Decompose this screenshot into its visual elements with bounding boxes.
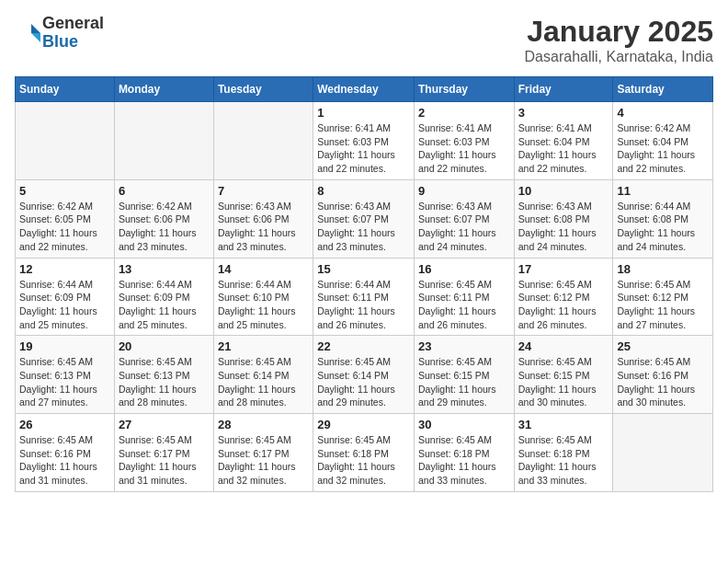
day-number: 8 bbox=[317, 184, 410, 198]
day-number: 23 bbox=[418, 339, 510, 353]
day-info: Sunrise: 6:45 AM Sunset: 6:14 PM Dayligh… bbox=[317, 355, 410, 409]
day-info: Sunrise: 6:45 AM Sunset: 6:17 PM Dayligh… bbox=[218, 433, 309, 488]
day-info: Sunrise: 6:45 AM Sunset: 6:14 PM Dayligh… bbox=[218, 355, 309, 409]
calendar-week-3: 12Sunrise: 6:44 AM Sunset: 6:09 PM Dayli… bbox=[16, 258, 713, 336]
logo-text: General Blue bbox=[42, 15, 104, 52]
calendar-cell: 4Sunrise: 6:42 AM Sunset: 6:04 PM Daylig… bbox=[613, 102, 713, 180]
day-number: 3 bbox=[518, 106, 609, 120]
day-number: 22 bbox=[317, 339, 410, 353]
day-info: Sunrise: 6:45 AM Sunset: 6:15 PM Dayligh… bbox=[418, 355, 510, 409]
calendar-cell bbox=[16, 102, 115, 180]
day-number: 17 bbox=[518, 262, 609, 276]
day-number: 5 bbox=[19, 184, 110, 198]
day-info: Sunrise: 6:43 AM Sunset: 6:07 PM Dayligh… bbox=[418, 200, 510, 254]
logo-general: General bbox=[42, 15, 104, 33]
calendar-cell: 22Sunrise: 6:45 AM Sunset: 6:14 PM Dayli… bbox=[313, 336, 415, 414]
day-number: 2 bbox=[418, 106, 510, 120]
day-info: Sunrise: 6:45 AM Sunset: 6:16 PM Dayligh… bbox=[19, 433, 110, 488]
calendar-cell: 14Sunrise: 6:44 AM Sunset: 6:10 PM Dayli… bbox=[213, 258, 313, 336]
day-number: 7 bbox=[218, 184, 309, 198]
day-info: Sunrise: 6:43 AM Sunset: 6:06 PM Dayligh… bbox=[218, 200, 309, 254]
calendar-cell bbox=[213, 102, 313, 180]
calendar-cell: 26Sunrise: 6:45 AM Sunset: 6:16 PM Dayli… bbox=[16, 414, 115, 492]
calendar-cell: 29Sunrise: 6:45 AM Sunset: 6:18 PM Dayli… bbox=[313, 414, 415, 492]
calendar-cell: 9Sunrise: 6:43 AM Sunset: 6:07 PM Daylig… bbox=[414, 179, 514, 258]
calendar-cell: 8Sunrise: 6:43 AM Sunset: 6:07 PM Daylig… bbox=[313, 179, 415, 258]
day-info: Sunrise: 6:45 AM Sunset: 6:18 PM Dayligh… bbox=[518, 433, 609, 488]
day-info: Sunrise: 6:45 AM Sunset: 6:15 PM Dayligh… bbox=[518, 355, 609, 409]
calendar-cell: 21Sunrise: 6:45 AM Sunset: 6:14 PM Dayli… bbox=[213, 336, 313, 414]
calendar-cell: 11Sunrise: 6:44 AM Sunset: 6:08 PM Dayli… bbox=[613, 179, 713, 258]
calendar-cell: 15Sunrise: 6:44 AM Sunset: 6:11 PM Dayli… bbox=[313, 258, 415, 336]
calendar-cell: 20Sunrise: 6:45 AM Sunset: 6:13 PM Dayli… bbox=[114, 336, 213, 414]
day-info: Sunrise: 6:41 AM Sunset: 6:03 PM Dayligh… bbox=[418, 121, 510, 176]
calendar-cell: 31Sunrise: 6:45 AM Sunset: 6:18 PM Dayli… bbox=[514, 414, 613, 492]
day-number: 18 bbox=[617, 262, 709, 276]
day-info: Sunrise: 6:43 AM Sunset: 6:07 PM Dayligh… bbox=[317, 200, 410, 254]
day-info: Sunrise: 6:45 AM Sunset: 6:18 PM Dayligh… bbox=[317, 433, 410, 488]
calendar-cell: 30Sunrise: 6:45 AM Sunset: 6:18 PM Dayli… bbox=[414, 414, 514, 492]
title-block: January 2025 Dasarahalli, Karnataka, Ind… bbox=[525, 15, 713, 65]
month-title: January 2025 bbox=[525, 15, 713, 49]
day-number: 24 bbox=[518, 339, 609, 353]
weekday-header-monday: Monday bbox=[114, 77, 213, 102]
day-number: 31 bbox=[518, 418, 609, 431]
calendar-cell: 13Sunrise: 6:44 AM Sunset: 6:09 PM Dayli… bbox=[114, 258, 213, 336]
calendar-cell: 1Sunrise: 6:41 AM Sunset: 6:03 PM Daylig… bbox=[313, 102, 415, 180]
day-info: Sunrise: 6:44 AM Sunset: 6:10 PM Dayligh… bbox=[218, 278, 309, 332]
day-number: 29 bbox=[317, 418, 410, 431]
calendar-week-4: 19Sunrise: 6:45 AM Sunset: 6:13 PM Dayli… bbox=[16, 336, 713, 414]
day-info: Sunrise: 6:42 AM Sunset: 6:06 PM Dayligh… bbox=[119, 200, 210, 254]
calendar-cell: 28Sunrise: 6:45 AM Sunset: 6:17 PM Dayli… bbox=[213, 414, 313, 492]
day-number: 13 bbox=[119, 262, 210, 276]
calendar-cell: 17Sunrise: 6:45 AM Sunset: 6:12 PM Dayli… bbox=[514, 258, 613, 336]
day-info: Sunrise: 6:44 AM Sunset: 6:09 PM Dayligh… bbox=[19, 278, 110, 332]
calendar-cell: 19Sunrise: 6:45 AM Sunset: 6:13 PM Dayli… bbox=[16, 336, 115, 414]
day-number: 30 bbox=[418, 418, 510, 431]
day-info: Sunrise: 6:44 AM Sunset: 6:08 PM Dayligh… bbox=[617, 200, 709, 254]
logo-blue: Blue bbox=[42, 33, 104, 52]
logo: General Blue bbox=[15, 15, 104, 52]
calendar-table: SundayMondayTuesdayWednesdayThursdayFrid… bbox=[15, 76, 713, 492]
day-info: Sunrise: 6:44 AM Sunset: 6:09 PM Dayligh… bbox=[119, 278, 210, 332]
day-number: 20 bbox=[119, 339, 210, 353]
location-title: Dasarahalli, Karnataka, India bbox=[525, 49, 713, 65]
weekday-header-saturday: Saturday bbox=[613, 77, 713, 102]
day-info: Sunrise: 6:45 AM Sunset: 6:17 PM Dayligh… bbox=[119, 433, 210, 488]
day-number: 14 bbox=[218, 262, 309, 276]
calendar-cell: 5Sunrise: 6:42 AM Sunset: 6:05 PM Daylig… bbox=[16, 179, 115, 258]
day-info: Sunrise: 6:41 AM Sunset: 6:03 PM Dayligh… bbox=[317, 121, 410, 176]
day-number: 26 bbox=[19, 418, 110, 431]
day-number: 16 bbox=[418, 262, 510, 276]
day-number: 11 bbox=[617, 184, 709, 198]
day-number: 25 bbox=[617, 339, 709, 353]
calendar-cell: 23Sunrise: 6:45 AM Sunset: 6:15 PM Dayli… bbox=[414, 336, 514, 414]
day-number: 28 bbox=[218, 418, 309, 431]
day-info: Sunrise: 6:43 AM Sunset: 6:08 PM Dayligh… bbox=[518, 200, 609, 254]
day-number: 15 bbox=[317, 262, 410, 276]
day-info: Sunrise: 6:41 AM Sunset: 6:04 PM Dayligh… bbox=[518, 121, 609, 176]
calendar-cell: 24Sunrise: 6:45 AM Sunset: 6:15 PM Dayli… bbox=[514, 336, 613, 414]
weekday-header-thursday: Thursday bbox=[414, 77, 514, 102]
day-number: 9 bbox=[418, 184, 510, 198]
calendar-week-2: 5Sunrise: 6:42 AM Sunset: 6:05 PM Daylig… bbox=[16, 179, 713, 258]
day-info: Sunrise: 6:42 AM Sunset: 6:05 PM Dayligh… bbox=[19, 200, 110, 254]
calendar-cell: 6Sunrise: 6:42 AM Sunset: 6:06 PM Daylig… bbox=[114, 179, 213, 258]
day-number: 12 bbox=[19, 262, 110, 276]
calendar-cell: 3Sunrise: 6:41 AM Sunset: 6:04 PM Daylig… bbox=[514, 102, 613, 180]
day-info: Sunrise: 6:42 AM Sunset: 6:04 PM Dayligh… bbox=[617, 121, 709, 176]
day-number: 1 bbox=[317, 106, 410, 120]
day-number: 6 bbox=[119, 184, 210, 198]
calendar-cell: 27Sunrise: 6:45 AM Sunset: 6:17 PM Dayli… bbox=[114, 414, 213, 492]
day-info: Sunrise: 6:45 AM Sunset: 6:12 PM Dayligh… bbox=[617, 278, 709, 332]
weekday-header-sunday: Sunday bbox=[16, 77, 115, 102]
day-number: 19 bbox=[19, 339, 110, 353]
day-info: Sunrise: 6:45 AM Sunset: 6:13 PM Dayligh… bbox=[19, 355, 110, 409]
calendar-week-5: 26Sunrise: 6:45 AM Sunset: 6:16 PM Dayli… bbox=[16, 414, 713, 492]
calendar-cell bbox=[613, 414, 713, 492]
calendar-cell: 10Sunrise: 6:43 AM Sunset: 6:08 PM Dayli… bbox=[514, 179, 613, 258]
page-header: General Blue January 2025 Dasarahalli, K… bbox=[15, 15, 713, 65]
weekday-header-row: SundayMondayTuesdayWednesdayThursdayFrid… bbox=[16, 77, 713, 102]
day-number: 10 bbox=[518, 184, 609, 198]
weekday-header-friday: Friday bbox=[514, 77, 613, 102]
